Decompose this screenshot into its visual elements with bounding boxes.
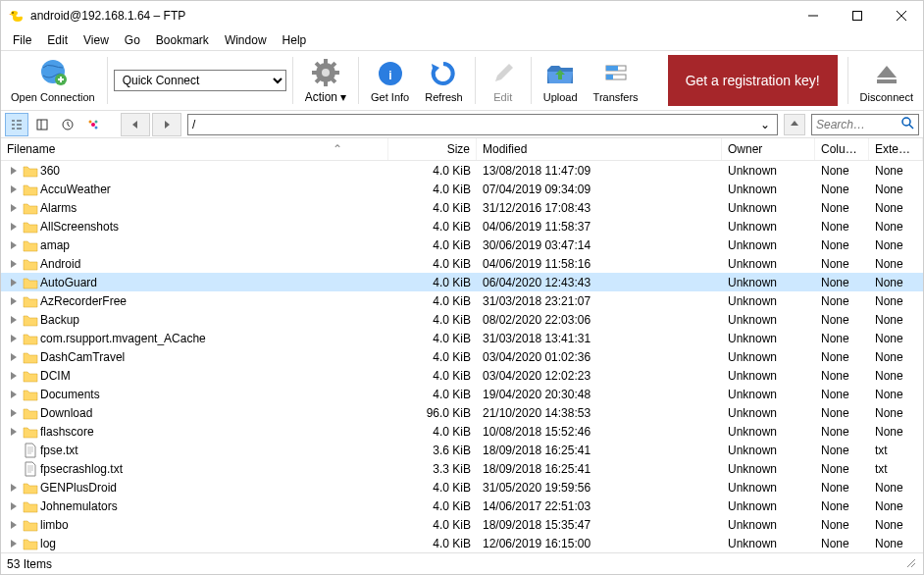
nav-forward-button[interactable] <box>152 113 181 136</box>
file-name: Documents <box>40 388 100 401</box>
menu-window[interactable]: Window <box>217 31 275 49</box>
file-extension: None <box>869 201 923 215</box>
disconnect-button[interactable]: Disconnect <box>854 53 919 108</box>
expand-icon[interactable] <box>7 521 21 529</box>
file-row[interactable]: AccuWeather4.0 KiB07/04/2019 09:34:09Unk… <box>1 180 923 198</box>
expand-icon[interactable] <box>7 167 21 175</box>
file-name: amap <box>40 238 70 252</box>
file-modified: 18/09/2018 16:25:41 <box>477 462 722 476</box>
file-row[interactable]: fpse.txt3.6 KiB18/09/2018 16:25:41Unknow… <box>1 441 923 459</box>
column-owner[interactable]: Owner <box>722 138 815 160</box>
file-extension: None <box>869 276 923 289</box>
close-button[interactable] <box>879 1 923 30</box>
file-row[interactable]: Android4.0 KiB04/06/2019 11:58:16Unknown… <box>1 254 923 273</box>
expand-icon[interactable] <box>7 241 21 249</box>
get-info-button[interactable]: i Get Info <box>365 53 415 108</box>
registration-key-button[interactable]: Get a registration key! <box>668 55 838 106</box>
file-extension: None <box>869 406 923 420</box>
file-row[interactable]: AllScreenshots4.0 KiB04/06/2019 11:58:37… <box>1 217 923 235</box>
file-owner: Unknown <box>722 220 815 234</box>
path-field[interactable]: / ⌄ <box>187 114 778 135</box>
expand-icon[interactable] <box>7 391 21 398</box>
file-row[interactable]: limbo4.0 KiB18/09/2018 15:35:47UnknownNo… <box>1 515 923 534</box>
file-row[interactable]: Documents4.0 KiB19/04/2020 20:30:48Unkno… <box>1 385 923 403</box>
menu-edit[interactable]: Edit <box>39 31 76 49</box>
column-filename[interactable]: Filename⌃ <box>1 138 388 160</box>
file-row[interactable]: AzRecorderFree4.0 KiB31/03/2018 23:21:07… <box>1 291 923 310</box>
upload-button[interactable]: Upload <box>538 53 584 108</box>
expand-icon[interactable] <box>7 223 21 231</box>
file-row[interactable]: AutoGuard4.0 KiB06/04/2020 12:43:43Unkno… <box>1 273 923 291</box>
expand-icon[interactable] <box>7 484 21 492</box>
column-size[interactable]: Size <box>388 138 477 160</box>
expand-icon[interactable] <box>7 428 21 436</box>
file-row[interactable]: GENPlusDroid4.0 KiB31/05/2020 19:59:56Un… <box>1 478 923 497</box>
expand-icon[interactable] <box>7 260 21 268</box>
quick-connect-select[interactable]: Quick Connect <box>114 70 286 91</box>
folder-icon <box>23 182 38 197</box>
action-button[interactable]: Action ▾ <box>299 53 352 108</box>
column-modified[interactable]: Modified <box>477 138 722 160</box>
expand-icon[interactable] <box>7 540 21 548</box>
file-row[interactable]: amap4.0 KiB30/06/2019 03:47:14UnknownNon… <box>1 235 923 254</box>
file-row[interactable]: Backup4.0 KiB08/02/2020 22:03:06UnknownN… <box>1 310 923 329</box>
edit-button[interactable]: Edit <box>482 53 525 108</box>
resize-grip-icon[interactable] <box>903 555 917 572</box>
file-name: fpse.txt <box>40 444 78 457</box>
expand-icon[interactable] <box>7 185 21 193</box>
file-list[interactable]: Filename⌃ Size Modified Owner Colum... E… <box>1 138 923 552</box>
file-row[interactable]: 3604.0 KiB13/08/2018 11:47:09UnknownNone… <box>1 161 923 180</box>
expand-icon[interactable] <box>7 297 21 305</box>
view-bonjour-button[interactable] <box>81 113 105 136</box>
file-size: 4.0 KiB <box>388 518 477 532</box>
file-row[interactable]: flashscore4.0 KiB10/08/2018 15:52:46Unkn… <box>1 422 923 441</box>
maximize-button[interactable] <box>835 1 879 30</box>
status-bar: 53 Items <box>1 552 923 574</box>
file-owner: Unknown <box>722 444 815 457</box>
file-row[interactable]: log4.0 KiB12/06/2019 16:15:00UnknownNone… <box>1 534 923 552</box>
menu-bookmark[interactable]: Bookmark <box>148 31 217 49</box>
view-history-button[interactable] <box>56 113 79 136</box>
pencil-icon <box>488 58 519 89</box>
minimize-button[interactable] <box>791 1 835 30</box>
file-row[interactable]: DCIM4.0 KiB03/04/2020 12:02:23UnknownNon… <box>1 366 923 385</box>
path-dropdown-icon[interactable]: ⌄ <box>757 118 773 131</box>
column-column[interactable]: Colum... <box>815 138 869 160</box>
folder-icon <box>23 349 38 365</box>
search-input[interactable] <box>816 118 900 131</box>
refresh-button[interactable]: Refresh <box>419 53 469 108</box>
nav-up-button[interactable] <box>784 114 805 135</box>
expand-icon[interactable] <box>7 409 21 417</box>
expand-icon[interactable] <box>7 316 21 324</box>
menu-go[interactable]: Go <box>117 31 148 49</box>
file-column: None <box>815 518 869 532</box>
expand-icon[interactable] <box>7 353 21 361</box>
file-row[interactable]: Johnemulators4.0 KiB14/06/2017 22:51:03U… <box>1 497 923 515</box>
expand-icon[interactable] <box>7 335 21 342</box>
file-extension: None <box>869 369 923 383</box>
expand-icon[interactable] <box>7 502 21 510</box>
file-name: DCIM <box>40 369 71 383</box>
view-list-button[interactable] <box>5 113 28 136</box>
file-row[interactable]: Alarms4.0 KiB31/12/2016 17:08:43UnknownN… <box>1 198 923 217</box>
expand-icon[interactable] <box>7 204 21 212</box>
view-columns-button[interactable] <box>30 113 54 136</box>
file-row[interactable]: DashCamTravel4.0 KiB03/04/2020 01:02:36U… <box>1 347 923 366</box>
file-row[interactable]: Download96.0 KiB21/10/2020 14:38:53Unkno… <box>1 403 923 422</box>
file-column: None <box>815 388 869 401</box>
expand-icon[interactable] <box>7 279 21 287</box>
file-row[interactable]: fpsecrashlog.txt3.3 KiB18/09/2018 16:25:… <box>1 459 923 478</box>
menu-help[interactable]: Help <box>275 31 315 49</box>
expand-icon[interactable] <box>7 372 21 380</box>
search-field[interactable] <box>811 114 919 135</box>
transfers-button[interactable]: Transfers <box>588 53 644 108</box>
menu-view[interactable]: View <box>76 31 117 49</box>
file-owner: Unknown <box>722 201 815 215</box>
file-name: Download <box>40 406 92 420</box>
open-connection-button[interactable]: Open Connection <box>5 53 101 108</box>
column-extension[interactable]: Extensi... <box>869 138 923 160</box>
file-size: 4.0 KiB <box>388 201 477 215</box>
file-row[interactable]: com.rsupport.mvagent_ACache4.0 KiB31/03/… <box>1 329 923 347</box>
nav-back-button[interactable] <box>121 113 150 136</box>
menu-file[interactable]: File <box>5 31 39 49</box>
